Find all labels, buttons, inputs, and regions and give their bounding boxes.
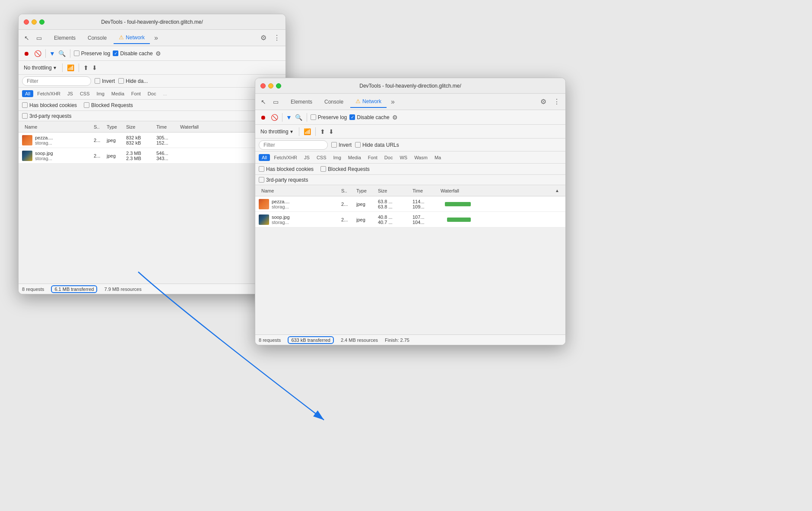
tab-network-back[interactable]: ⚠ Network	[114, 32, 150, 44]
minimize-button-front[interactable]	[268, 83, 273, 88]
type-btn-wasm-front[interactable]: Wasm	[411, 154, 431, 161]
type-btn-font-back[interactable]: Font	[128, 90, 144, 97]
disable-cache-check-front[interactable]: ✓	[349, 114, 355, 120]
record-button-front[interactable]: ⏺	[259, 113, 267, 122]
table-row-1-back[interactable]: soop.jpg storag... 2... jpeg 2.3 MB 2.3 …	[19, 148, 285, 164]
tab-elements-back[interactable]: Elements	[49, 32, 81, 44]
close-button-front[interactable]	[260, 83, 266, 88]
third-party-checkbox-front[interactable]: 3rd-party requests	[259, 177, 308, 183]
type-btn-js-front[interactable]: JS	[301, 154, 313, 161]
more-options-icon-back[interactable]: ⋮	[272, 32, 282, 44]
record-button-back[interactable]: ⏺	[22, 49, 31, 58]
table-row-0-back[interactable]: pezza.... storag... 2... jpeg 832 kB 832…	[19, 132, 285, 148]
third-party-check-front[interactable]	[259, 177, 264, 183]
type-btn-media-front[interactable]: Media	[345, 154, 364, 161]
clear-button-front[interactable]: 🚫	[270, 113, 279, 122]
th-size-front[interactable]: Size	[375, 188, 410, 193]
download-icon-back[interactable]: ⬇	[92, 64, 97, 71]
upload-icon-front[interactable]: ⬆	[320, 128, 325, 135]
type-btn-css-back[interactable]: CSS	[77, 90, 93, 97]
type-btn-css-front[interactable]: CSS	[314, 154, 330, 161]
th-type-front[interactable]: Type	[354, 188, 375, 193]
traffic-lights-back[interactable]	[24, 19, 44, 25]
type-btn-doc-back[interactable]: Doc	[145, 90, 159, 97]
minimize-button-back[interactable]	[32, 19, 37, 25]
type-btn-img-back[interactable]: Img	[94, 90, 108, 97]
throttling-select-back[interactable]: No throttling ▾	[22, 64, 58, 72]
th-size-back[interactable]: Size	[124, 124, 154, 129]
th-time-back[interactable]: Time	[154, 124, 178, 129]
search-icon-front[interactable]: 🔍	[295, 113, 303, 122]
type-btn-ma-front[interactable]: Ma	[431, 154, 444, 161]
type-btn-media-back[interactable]: Media	[108, 90, 127, 97]
blocked-requests-check-front[interactable]	[320, 166, 326, 172]
blocked-requests-checkbox-front[interactable]: Blocked Requests	[320, 166, 370, 172]
upload-icon-back[interactable]: ⬆	[83, 64, 89, 71]
filter-input-front[interactable]	[259, 140, 328, 150]
close-button-back[interactable]	[24, 19, 29, 25]
blocked-requests-checkbox-back[interactable]: Blocked Requests	[84, 102, 133, 108]
settings-icon-back[interactable]: ⚙	[259, 32, 268, 44]
type-btn-xhr-back[interactable]: Fetch/XHR	[34, 90, 63, 97]
traffic-lights-front[interactable]	[260, 83, 281, 88]
invert-check-back[interactable]	[95, 78, 100, 84]
disable-cache-checkbox-front[interactable]: ✓ Disable cache	[349, 114, 389, 120]
type-btn-img-front[interactable]: Img	[330, 154, 344, 161]
tab-network-front[interactable]: ⚠ Network	[350, 96, 387, 108]
network-settings-icon-front[interactable]: ⚙	[392, 114, 398, 121]
th-name-front[interactable]: Name	[259, 188, 339, 193]
third-party-check-back[interactable]	[22, 113, 28, 119]
preserve-log-check-back[interactable]	[74, 50, 79, 56]
tab-console-back[interactable]: Console	[82, 32, 112, 44]
blocked-requests-check-back[interactable]	[84, 102, 89, 108]
type-btn-all-back[interactable]: All	[22, 90, 33, 97]
table-row-0-front[interactable]: pezza.... storag... 2... jpeg 63.8 ... 6…	[255, 196, 565, 212]
preserve-log-check-front[interactable]	[311, 114, 316, 120]
tab-elements-front[interactable]: Elements	[285, 96, 317, 108]
download-icon-front[interactable]: ⬇	[329, 128, 334, 135]
clear-button-back[interactable]: 🚫	[33, 49, 42, 58]
third-party-checkbox-back[interactable]: 3rd-party requests	[22, 113, 71, 119]
preserve-log-checkbox-back[interactable]: Preserve log	[74, 50, 110, 57]
settings-icon-front[interactable]: ⚙	[539, 96, 548, 107]
tab-console-front[interactable]: Console	[319, 96, 349, 108]
type-btn-js-back[interactable]: JS	[64, 90, 76, 97]
inspector-icon[interactable]: ▭	[34, 33, 44, 43]
invert-check-front[interactable]	[331, 142, 337, 148]
cursor-icon[interactable]: ↖	[22, 33, 32, 43]
th-status-front[interactable]: S..	[339, 188, 354, 193]
hide-data-check-front[interactable]	[355, 142, 361, 148]
th-type-back[interactable]: Type	[104, 124, 124, 129]
type-btn-all-front[interactable]: All	[259, 154, 270, 161]
disable-cache-checkbox-back[interactable]: ✓ Disable cache	[113, 50, 152, 57]
inspector-icon-front[interactable]: ▭	[271, 97, 280, 107]
tab-more-front[interactable]: »	[388, 98, 397, 106]
more-options-icon-front[interactable]: ⋮	[552, 96, 562, 107]
table-row-1-front[interactable]: soop.jpg storag... 2... jpeg 40.8 ... 40…	[255, 212, 565, 227]
hide-data-urls-checkbox-back[interactable]: Hide da...	[118, 78, 148, 84]
th-status-back[interactable]: S..	[91, 124, 104, 129]
preserve-log-checkbox-front[interactable]: Preserve log	[311, 114, 347, 120]
tab-more-back[interactable]: »	[152, 34, 161, 42]
filter-icon-front[interactable]: ▼	[286, 114, 292, 121]
hide-data-check-back[interactable]	[118, 78, 124, 84]
maximize-button-front[interactable]	[276, 83, 281, 88]
type-btn-ws-front[interactable]: WS	[396, 154, 410, 161]
th-waterfall-front[interactable]: Waterfall ▲	[438, 188, 562, 193]
filter-icon-back[interactable]: ▼	[49, 50, 55, 57]
blocked-cookies-check-back[interactable]	[22, 102, 28, 108]
type-btn-xhr-front[interactable]: Fetch/XHR	[271, 154, 300, 161]
blocked-cookies-checkbox-back[interactable]: Has blocked cookies	[22, 102, 77, 108]
type-btn-doc-front[interactable]: Doc	[381, 154, 396, 161]
hide-data-urls-checkbox-front[interactable]: Hide data URLs	[355, 142, 399, 148]
invert-checkbox-back[interactable]: Invert	[95, 78, 115, 84]
th-name-back[interactable]: Name	[22, 124, 91, 129]
blocked-cookies-check-front[interactable]	[259, 166, 264, 172]
search-icon-back[interactable]: 🔍	[58, 49, 67, 58]
disable-cache-check-back[interactable]: ✓	[113, 50, 118, 56]
invert-checkbox-front[interactable]: Invert	[331, 142, 352, 148]
type-btn-font-front[interactable]: Font	[365, 154, 381, 161]
filter-input-back[interactable]	[22, 76, 91, 86]
throttling-select-front[interactable]: No throttling ▾	[259, 128, 295, 136]
cursor-icon-front[interactable]: ↖	[259, 97, 268, 107]
